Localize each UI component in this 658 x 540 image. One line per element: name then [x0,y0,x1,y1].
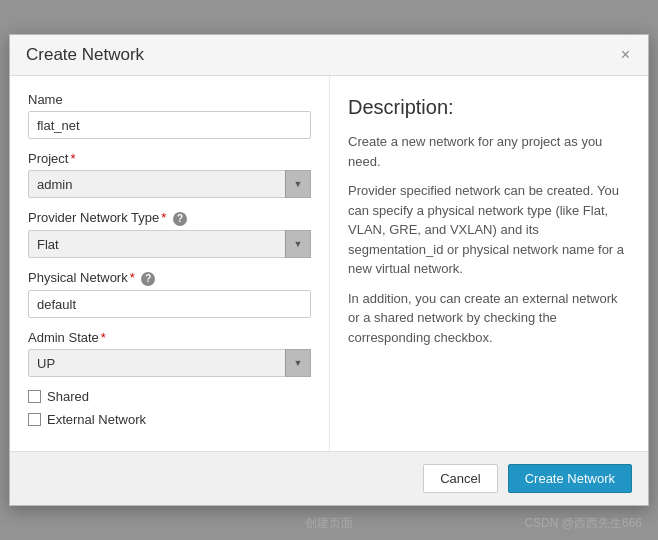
provider-required: * [161,210,166,225]
description-section: Description: Create a new network for an… [330,76,648,451]
physical-network-label: Physical Network* ? [28,270,311,286]
cancel-button[interactable]: Cancel [423,464,497,493]
create-network-button[interactable]: Create Network [508,464,632,493]
description-paragraph-1: Create a new network for any project as … [348,132,630,171]
admin-state-select[interactable]: UP DOWN [28,349,311,377]
provider-network-type-wrapper: Flat [28,230,311,258]
modal-overlay: Create Network × Name Project* [0,0,658,540]
name-input[interactable] [28,111,311,139]
physical-network-group: Physical Network* ? [28,270,311,318]
name-group: Name [28,92,311,139]
external-network-label[interactable]: External Network [47,412,146,427]
name-label: Name [28,92,311,107]
modal-title: Create Network [26,45,144,65]
modal-body: Name Project* admin [10,76,648,451]
description-paragraph-2: Provider specified network can be create… [348,181,630,279]
shared-label[interactable]: Shared [47,389,89,404]
physical-network-input[interactable] [28,290,311,318]
provider-network-type-label: Provider Network Type* ? [28,210,311,226]
modal: Create Network × Name Project* [9,34,649,506]
admin-state-wrapper: UP DOWN [28,349,311,377]
admin-required: * [101,330,106,345]
provider-network-type-select[interactable]: Flat [28,230,311,258]
description-paragraph-3: In addition, you can create an external … [348,289,630,348]
physical-required: * [130,270,135,285]
shared-group: Shared [28,389,311,404]
description-title: Description: [348,92,630,122]
shared-checkbox[interactable] [28,390,41,403]
form-section: Name Project* admin [10,76,330,451]
external-network-group: External Network [28,412,311,427]
provider-help-icon[interactable]: ? [173,212,187,226]
modal-footer: Cancel Create Network [10,451,648,505]
provider-network-type-group: Provider Network Type* ? Flat [28,210,311,258]
project-select[interactable]: admin [28,170,311,198]
external-network-checkbox[interactable] [28,413,41,426]
project-select-wrapper: admin [28,170,311,198]
watermark-right: CSDN @西西先生666 [524,515,642,532]
project-label: Project* [28,151,311,166]
physical-help-icon[interactable]: ? [141,272,155,286]
close-button[interactable]: × [619,47,632,63]
admin-state-group: Admin State* UP DOWN [28,330,311,377]
admin-state-label: Admin State* [28,330,311,345]
modal-header: Create Network × [10,35,648,76]
project-group: Project* admin [28,151,311,198]
project-required: * [70,151,75,166]
